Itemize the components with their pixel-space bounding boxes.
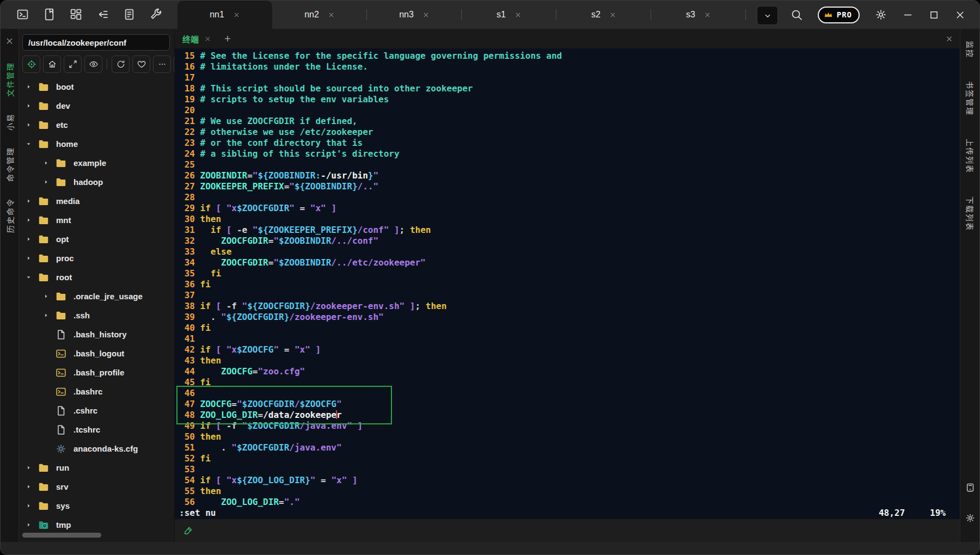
path-row xyxy=(19,29,174,52)
sidebar-item[interactable]: 小易 xyxy=(4,113,15,131)
tree-row[interactable]: srv xyxy=(19,477,174,496)
marker-button[interactable] xyxy=(182,525,194,536)
terminal-tab[interactable]: 终端 xyxy=(182,33,211,45)
tree-row[interactable]: root xyxy=(19,268,174,287)
tree-row[interactable]: .bash_logout xyxy=(19,344,174,363)
terminal-bottom-toolbar xyxy=(175,519,960,542)
tree-item-label: media xyxy=(56,196,79,206)
tree-row[interactable]: boot xyxy=(19,77,174,96)
tree-row[interactable]: .cshrc xyxy=(19,401,174,420)
right-rail-item[interactable]: 监控 xyxy=(965,41,976,58)
close-icon[interactable] xyxy=(422,11,430,18)
code-token: # We use ZOOCFGDIR if defined, xyxy=(200,116,358,126)
tree-row[interactable]: tmp xyxy=(19,515,174,531)
heart-button[interactable] xyxy=(132,55,150,73)
close-icon[interactable] xyxy=(704,11,711,18)
right-rail-item[interactable]: 书签管理 xyxy=(965,81,976,116)
monitor-button[interactable] xyxy=(965,482,976,493)
server-launcher-button[interactable] xyxy=(122,8,137,22)
right-rail: 监控书签管理上传列表下载列表 xyxy=(960,29,979,542)
resize-button[interactable] xyxy=(64,55,82,73)
eye-button[interactable] xyxy=(84,55,102,73)
tree-row[interactable]: example xyxy=(19,153,174,172)
horizontal-scrollbar xyxy=(19,531,174,542)
right-rail-item[interactable]: 下载列表 xyxy=(965,196,976,231)
tree-row[interactable]: run xyxy=(19,458,174,477)
line-number: 17 xyxy=(179,72,195,83)
folder-icon xyxy=(55,157,67,169)
tree-row[interactable]: .bash_profile xyxy=(19,363,174,382)
vim-editor[interactable]: 15# See the License for the specific lan… xyxy=(175,48,960,519)
resize-icon xyxy=(68,59,78,69)
line-number: 37 xyxy=(179,290,195,301)
code-token: ] xyxy=(394,225,400,235)
line-number: 34 xyxy=(179,257,195,268)
connections-launcher-button[interactable] xyxy=(96,8,110,22)
session-tab[interactable]: nn1 xyxy=(177,1,272,29)
close-panel-button[interactable] xyxy=(5,36,14,46)
session-tab[interactable]: s1 xyxy=(462,1,556,29)
search-button[interactable] xyxy=(790,8,803,21)
tree-row[interactable]: dev xyxy=(19,96,174,115)
book-launcher-button[interactable] xyxy=(42,8,57,22)
home-button[interactable] xyxy=(43,55,61,73)
sidebar-item[interactable]: 历史命令 xyxy=(4,198,15,233)
locate-button[interactable] xyxy=(22,55,40,73)
code-token: "zoo.cfg" xyxy=(258,366,305,377)
pro-badge[interactable]: PRO xyxy=(818,7,860,23)
titlebar-right: PRO xyxy=(790,1,979,29)
close-icon[interactable] xyxy=(328,11,335,18)
code-token: ] xyxy=(331,203,336,213)
path-input[interactable] xyxy=(22,34,170,51)
tree-row[interactable]: .bash_history xyxy=(19,325,174,344)
folder-icon xyxy=(38,100,50,112)
code-token: } xyxy=(368,170,373,181)
close-icon[interactable] xyxy=(514,11,522,18)
tree-row[interactable]: sys xyxy=(19,496,174,515)
right-rail-item[interactable]: 上传列表 xyxy=(965,139,976,174)
terminal-launcher-button[interactable] xyxy=(16,8,30,22)
wrench-launcher-button[interactable] xyxy=(149,8,163,22)
scrollbar-thumb[interactable] xyxy=(22,533,101,538)
session-tab[interactable]: s3 xyxy=(651,1,746,29)
tree-row[interactable]: home xyxy=(19,134,174,153)
session-tab[interactable]: s2 xyxy=(556,1,651,29)
tree-row[interactable]: proc xyxy=(19,249,174,268)
add-terminal-button[interactable] xyxy=(223,34,232,43)
refresh-button[interactable] xyxy=(112,55,130,73)
close-icon[interactable] xyxy=(233,11,240,18)
caret-right-icon xyxy=(43,293,50,299)
code-token: " xyxy=(221,312,226,322)
tree-row[interactable]: etc xyxy=(19,115,174,134)
tree-row[interactable]: hadoop xyxy=(19,172,174,192)
code-token: then xyxy=(200,355,222,366)
caret-right-icon xyxy=(26,84,32,90)
tree-row[interactable]: anaconda-ks.cfg xyxy=(19,439,174,458)
tree-row[interactable]: .tcshrc xyxy=(19,420,174,439)
tree-row[interactable]: opt xyxy=(19,230,174,249)
sidebar-item[interactable]: 命令管理 xyxy=(4,147,15,182)
close-terminal-area-button[interactable] xyxy=(945,35,953,43)
tree-row[interactable]: mnt xyxy=(19,211,174,230)
tree-row[interactable]: .bashrc xyxy=(19,382,174,401)
tab-overflow-button[interactable] xyxy=(757,6,778,25)
session-tab[interactable]: nn3 xyxy=(367,1,462,29)
code-token xyxy=(211,344,216,355)
close-icon[interactable] xyxy=(609,11,616,18)
tree-row[interactable]: .oracle_jre_usage xyxy=(19,287,174,306)
more-button[interactable] xyxy=(153,55,171,73)
sidebar-item[interactable]: 文件管理 xyxy=(4,62,15,97)
minimize-button[interactable] xyxy=(902,9,914,21)
tree-row[interactable]: media xyxy=(19,192,174,211)
line-number: 30 xyxy=(179,214,195,225)
session-tab[interactable]: nn2 xyxy=(272,1,367,29)
code-token xyxy=(347,475,352,485)
maximize-button[interactable] xyxy=(928,9,940,21)
close-window-button[interactable] xyxy=(954,9,966,21)
settings-button[interactable] xyxy=(874,8,887,21)
settings-button[interactable] xyxy=(965,513,976,523)
close-icon[interactable] xyxy=(204,35,211,42)
grid-launcher-button[interactable] xyxy=(69,8,83,22)
code-token xyxy=(211,421,216,431)
tree-row[interactable]: .ssh xyxy=(19,306,174,325)
